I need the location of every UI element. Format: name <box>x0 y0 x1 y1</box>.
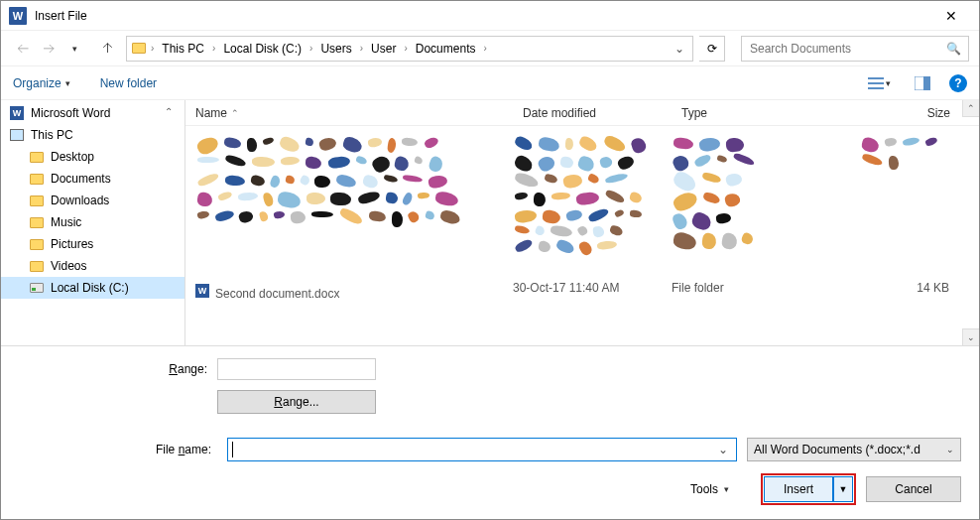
filename-label: File name: <box>19 443 217 456</box>
col-type[interactable]: Type <box>672 100 816 125</box>
recent-dropdown[interactable]: ▾ <box>62 37 86 61</box>
refresh-button[interactable]: ⟳ <box>699 36 725 62</box>
breadcrumb-dropdown[interactable]: ⌄ <box>671 42 688 56</box>
back-button[interactable]: 🡠 <box>11 37 35 61</box>
help-button[interactable]: ? <box>949 74 967 92</box>
chevron-right-icon: › <box>307 43 314 54</box>
obscured-content <box>195 136 465 275</box>
tree-item-downloads[interactable]: Downloads <box>1 190 184 211</box>
preview-pane-button[interactable] <box>906 71 939 95</box>
range-button[interactable]: Range... <box>217 390 376 414</box>
list-view-icon <box>868 76 884 90</box>
chevron-down-icon: ▾ <box>65 78 70 88</box>
window-title: Insert File <box>35 9 931 23</box>
pc-icon <box>9 127 25 143</box>
tools-menu[interactable]: Tools ▾ <box>690 482 729 496</box>
chevron-right-icon: › <box>402 43 409 54</box>
tree-item-music[interactable]: Music <box>1 211 184 233</box>
bc-user[interactable]: User <box>367 42 400 56</box>
svg-rect-1 <box>868 82 884 84</box>
folder-icon <box>29 193 45 208</box>
folder-icon <box>29 149 45 165</box>
tree-item-local-disk-c-[interactable]: Local Disk (C:) <box>1 277 184 299</box>
up-button[interactable]: 🡡 <box>96 37 120 61</box>
word-icon: W <box>9 105 25 121</box>
word-doc-icon: W <box>195 284 209 298</box>
scroll-down-button[interactable]: ⌄ <box>962 328 979 345</box>
insert-button[interactable]: Insert <box>764 476 833 502</box>
col-name[interactable]: Name ⌃ <box>185 100 513 125</box>
chevron-down-icon[interactable]: ⌄ <box>714 443 732 456</box>
search-box[interactable]: 🔍 <box>741 36 969 62</box>
column-headers: Name ⌃ Date modified Type Size <box>185 100 979 126</box>
close-button[interactable]: ✕ <box>931 2 971 30</box>
tree-label: Downloads <box>51 194 109 207</box>
col-date[interactable]: Date modified <box>513 100 672 125</box>
tree-label: Documents <box>51 172 111 186</box>
tree-item-pictures[interactable]: Pictures <box>1 233 184 255</box>
main-panel: ⌃ WMicrosoft WordThis PCDesktopDocuments… <box>1 100 979 346</box>
drive-icon <box>29 280 45 296</box>
organize-label: Organize <box>13 76 61 90</box>
tree-label: Pictures <box>51 237 93 251</box>
tree-item-documents[interactable]: Documents <box>1 168 184 190</box>
file-name: Second document.docx <box>215 287 339 301</box>
tree-item-microsoft-word[interactable]: WMicrosoft Word <box>1 102 184 124</box>
breadcrumb[interactable]: › This PC › Local Disk (C:) › Users › Us… <box>126 36 693 62</box>
navbar: 🡠 🡢 ▾ 🡡 › This PC › Local Disk (C:) › Us… <box>1 31 979 66</box>
bc-local-disk[interactable]: Local Disk (C:) <box>219 42 306 56</box>
word-app-icon: W <box>9 7 27 25</box>
tree-label: Local Disk (C:) <box>51 281 129 295</box>
view-mode-button[interactable]: ▾ <box>862 71 896 95</box>
filename-combobox[interactable]: ⌄ <box>227 438 737 461</box>
chevron-right-icon: › <box>358 43 365 54</box>
range-input[interactable] <box>217 358 376 380</box>
folder-icon <box>29 258 45 274</box>
folder-icon <box>29 236 45 252</box>
preview-pane-icon <box>915 76 930 90</box>
tree-label: This PC <box>31 128 73 142</box>
folder-icon <box>131 41 147 57</box>
file-type-filter[interactable]: All Word Documents (*.docx;*.d ⌄ <box>747 438 961 461</box>
bc-this-pc[interactable]: This PC <box>158 42 208 56</box>
chevron-right-icon: › <box>210 43 217 54</box>
chevron-down-icon: ▾ <box>886 78 891 88</box>
chevron-down-icon: ▾ <box>724 484 729 494</box>
filter-label: All Word Documents (*.docx;*.d <box>754 443 920 456</box>
file-type: File folder <box>672 281 724 295</box>
filename-input[interactable] <box>233 442 714 457</box>
svg-rect-0 <box>868 77 884 79</box>
tree-label: Microsoft Word <box>31 106 110 120</box>
file-date: 30-Oct-17 11:40 AM <box>513 281 619 295</box>
tools-label: Tools <box>690 482 718 496</box>
new-folder-button[interactable]: New folder <box>100 76 157 90</box>
col-size[interactable]: Size <box>816 100 979 125</box>
chevron-right-icon: › <box>481 43 488 54</box>
titlebar: W Insert File ✕ <box>1 1 979 31</box>
file-item[interactable]: W Second document.docx <box>195 281 339 301</box>
obscured-content <box>513 136 648 275</box>
chevron-up-icon[interactable]: ⌃ <box>165 106 175 117</box>
insert-dropdown[interactable]: ▼ <box>833 476 853 502</box>
obscured-content <box>860 136 949 275</box>
tree-item-videos[interactable]: Videos <box>1 255 184 277</box>
folder-icon <box>29 214 45 230</box>
organize-menu[interactable]: Organize ▾ <box>13 76 70 90</box>
bc-users[interactable]: Users <box>316 42 355 56</box>
insert-highlight: Insert ▼ <box>761 473 856 505</box>
svg-rect-4 <box>923 76 930 90</box>
file-list: ⌃ ⌄ Name ⌃ Date modified Type Size W Sec… <box>185 100 979 345</box>
obscured-content <box>672 136 761 275</box>
toolbar: Organize ▾ New folder ▾ ? <box>1 66 979 100</box>
tree-item-desktop[interactable]: Desktop <box>1 146 184 168</box>
bc-documents[interactable]: Documents <box>412 42 480 56</box>
cancel-button[interactable]: Cancel <box>866 476 961 502</box>
scroll-up-button[interactable]: ⌃ <box>962 100 979 117</box>
tree-item-this-pc[interactable]: This PC <box>1 124 184 146</box>
col-name-label: Name <box>195 106 227 120</box>
forward-button[interactable]: 🡢 <box>37 37 61 61</box>
range-label: Range: <box>19 362 217 376</box>
file-size: 14 KB <box>917 281 949 295</box>
tree-label: Videos <box>51 259 86 273</box>
search-input[interactable] <box>748 41 946 57</box>
